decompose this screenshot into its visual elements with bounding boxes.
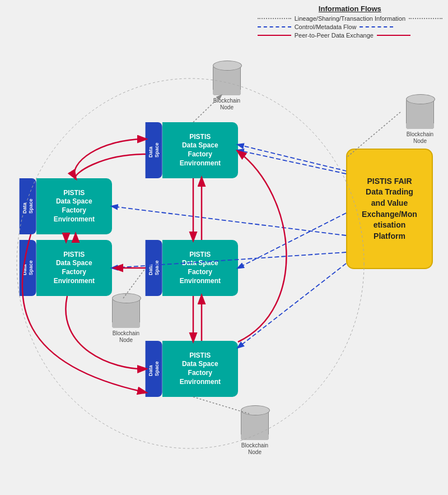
cylinder-icon-bottom	[241, 409, 269, 440]
pistis-main-top: PISTISData SpaceFactoryEnvironment	[162, 122, 238, 178]
dashed-line-icon	[258, 26, 291, 27]
blockchain-node-right: BlockchainNode	[400, 98, 440, 145]
legend-item-solid: Peer-to-Peer Data Exchange	[258, 32, 442, 39]
pistis-main-midright: PISTISData SpaceFactoryEnvironment	[162, 240, 238, 296]
pistis-main-bottom: PISTISData SpaceFactoryEnvironment	[162, 341, 238, 397]
legend-label-dotted: Lineage/Sharing/Transaction Information	[295, 15, 405, 22]
red-left-to-top	[74, 139, 146, 179]
blockchain-node-mid: BlockchainNode	[106, 297, 146, 344]
legend-label-dashed: Control/Metadata Flow	[295, 24, 357, 30]
dotted-line-icon	[258, 18, 291, 19]
data-space-tab-left: DataSpace	[20, 178, 36, 234]
node-label-mid: BlockchainNode	[113, 330, 139, 344]
solid-line-icon	[258, 35, 291, 36]
data-space-tab-midright: DataSpace	[146, 240, 162, 296]
pistis-main-left: PISTISData SpaceFactoryEnvironment	[36, 178, 112, 234]
red-bottom-to-top-curve	[238, 151, 286, 342]
dotted-line-icon-2	[409, 18, 442, 19]
env-left: DataSpace PISTISData SpaceFactoryEnviron…	[20, 178, 112, 234]
env-mid-right: DataSpace PISTISData SpaceFactoryEnviron…	[146, 240, 238, 296]
blue-fair-to-bottom	[238, 263, 346, 348]
legend-item-dashed: Control/Metadata Flow	[258, 24, 442, 30]
data-space-tab-botleft: DataSpace	[20, 240, 36, 296]
legend-label-solid: Peer-to-Peer Data Exchange	[295, 32, 374, 39]
legend: Information Flows Lineage/Sharing/Transa…	[258, 4, 442, 40]
data-space-tab-top: DataSpace	[146, 122, 162, 178]
blue-fair-to-left	[112, 206, 346, 235]
blockchain-node-top: BlockchainNode	[207, 64, 246, 111]
cylinder-icon-mid	[112, 297, 140, 328]
cylinder-icon-top	[213, 64, 241, 95]
blue-top-to-fair	[238, 145, 346, 171]
red-top-to-left	[76, 154, 146, 178]
pistis-main-botleft: PISTISData SpaceFactoryEnvironment	[36, 240, 112, 296]
node-label-bottom: BlockchainNode	[241, 442, 268, 456]
blue-fair-to-midright	[238, 213, 346, 268]
env-bottom: DataSpace PISTISData SpaceFactoryEnviron…	[146, 341, 238, 397]
dashed-line-icon-2	[360, 26, 393, 27]
legend-title: Information Flows	[258, 4, 442, 13]
fair-platform-label: PISTIS FAIRData Tradingand ValueExchange…	[362, 176, 417, 242]
env-top: DataSpace PISTISData SpaceFactoryEnviron…	[146, 122, 238, 178]
node-label-top: BlockchainNode	[213, 98, 240, 111]
env-bot-left: DataSpace PISTISData SpaceFactoryEnviron…	[20, 240, 112, 296]
node-label-right: BlockchainNode	[407, 131, 433, 145]
data-space-tab-bottom: DataSpace	[146, 341, 162, 397]
legend-item-dotted: Lineage/Sharing/Transaction Information	[258, 15, 442, 22]
solid-line-icon-2	[377, 35, 410, 36]
fair-platform: PISTIS FAIRData Tradingand ValueExchange…	[346, 149, 433, 269]
blockchain-node-bottom: BlockchainNode	[235, 409, 274, 456]
blue-fair-to-top	[238, 150, 346, 174]
cylinder-icon-right	[406, 98, 434, 129]
